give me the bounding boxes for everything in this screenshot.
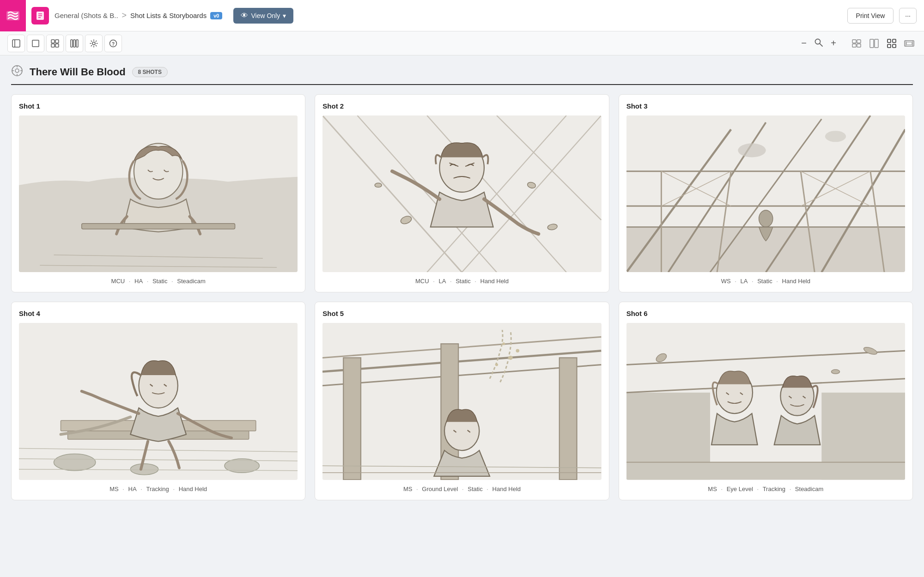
svg-rect-20 bbox=[852, 40, 856, 43]
svg-rect-10 bbox=[51, 44, 55, 47]
shot-5-sketch bbox=[322, 323, 601, 480]
svg-rect-26 bbox=[888, 39, 891, 43]
app-header: General (Shots & B.. > Shot Lists & Stor… bbox=[0, 0, 924, 31]
svg-point-102 bbox=[509, 356, 513, 360]
filmstrip-view-button[interactable] bbox=[902, 36, 917, 51]
shot-4-tags: MS · HA · Tracking · Hand Held bbox=[19, 486, 298, 492]
svg-point-103 bbox=[502, 343, 505, 346]
svg-rect-25 bbox=[875, 39, 878, 48]
shot-card-6[interactable]: Shot 6 bbox=[619, 302, 913, 500]
svg-rect-96 bbox=[344, 358, 361, 480]
svg-point-15 bbox=[92, 42, 95, 45]
view-only-label: View Only bbox=[251, 12, 280, 19]
shot-2-image bbox=[322, 115, 601, 272]
list-view-button[interactable] bbox=[849, 36, 864, 51]
svg-rect-9 bbox=[55, 40, 59, 43]
shot-1-tags: MCU · HA · Static · Steadicam bbox=[19, 278, 298, 285]
zoom-icon bbox=[814, 38, 823, 49]
columns-panel-button[interactable] bbox=[66, 35, 83, 52]
svg-point-83 bbox=[54, 454, 95, 471]
svg-rect-24 bbox=[870, 39, 874, 48]
shot-5-tags: MS · Ground Level · Static · Hand Held bbox=[322, 486, 601, 492]
svg-rect-11 bbox=[55, 44, 59, 47]
svg-rect-21 bbox=[857, 40, 861, 43]
svg-rect-5 bbox=[12, 40, 20, 47]
svg-point-59 bbox=[375, 183, 382, 187]
toolbar: ? − + bbox=[0, 31, 924, 55]
svg-rect-23 bbox=[857, 44, 861, 47]
shot-1-title: Shot 1 bbox=[19, 102, 298, 110]
shot-2-title: Shot 2 bbox=[322, 102, 601, 110]
zoom-in-button[interactable]: + bbox=[827, 37, 840, 50]
grid-panel-button[interactable] bbox=[46, 35, 64, 52]
svg-rect-8 bbox=[51, 40, 55, 43]
shot-3-tags: WS · LA · Static · Hand Held bbox=[626, 278, 905, 285]
svg-text:?: ? bbox=[112, 41, 115, 46]
breadcrumb-separator: > bbox=[122, 11, 127, 20]
breadcrumb: General (Shots & B.. > Shot Lists & Stor… bbox=[55, 11, 222, 20]
filmstrip-icon bbox=[904, 38, 914, 49]
help-icon: ? bbox=[109, 39, 117, 48]
shot-4-title: Shot 4 bbox=[19, 310, 298, 317]
print-view-button[interactable]: Print View bbox=[847, 8, 894, 24]
more-options-button[interactable]: ··· bbox=[899, 8, 917, 24]
shot-6-sketch bbox=[626, 323, 905, 480]
svg-rect-33 bbox=[906, 42, 912, 45]
svg-rect-29 bbox=[893, 44, 896, 48]
svg-rect-14 bbox=[76, 40, 78, 47]
shot-5-title: Shot 5 bbox=[322, 310, 601, 317]
shot-6-title: Shot 6 bbox=[626, 310, 905, 317]
shot-4-sketch bbox=[19, 323, 298, 480]
shot-1-sketch bbox=[19, 115, 298, 272]
detail-view-button[interactable] bbox=[867, 36, 881, 51]
breadcrumb-parent[interactable]: General (Shots & B.. bbox=[55, 12, 118, 19]
version-badge: v0 bbox=[210, 12, 222, 19]
svg-rect-7 bbox=[32, 40, 39, 47]
svg-rect-31 bbox=[905, 41, 906, 46]
svg-point-72 bbox=[759, 210, 772, 227]
single-panel-button[interactable] bbox=[27, 35, 44, 52]
svg-rect-49 bbox=[322, 115, 601, 272]
detail-view-icon bbox=[869, 38, 879, 49]
svg-point-85 bbox=[130, 464, 158, 475]
gear-icon bbox=[90, 39, 98, 48]
shot-4-image bbox=[19, 323, 298, 480]
view-mode-buttons bbox=[849, 36, 917, 51]
svg-rect-116 bbox=[626, 462, 905, 480]
breadcrumb-doc-icon bbox=[35, 11, 45, 21]
shot-card-3[interactable]: Shot 3 bbox=[619, 94, 913, 292]
shot-card-1[interactable]: Shot 1 bbox=[11, 94, 305, 292]
svg-point-35 bbox=[15, 69, 19, 73]
shot-1-image bbox=[19, 115, 298, 272]
shot-card-5[interactable]: Shot 5 bbox=[315, 302, 609, 500]
view-only-button[interactable]: 👁 View Only ▾ bbox=[233, 8, 293, 24]
chevron-down-icon: ▾ bbox=[283, 12, 286, 19]
shot-card-2[interactable]: Shot 2 bbox=[315, 94, 609, 292]
shot-3-image bbox=[626, 115, 905, 272]
help-button[interactable]: ? bbox=[104, 35, 122, 52]
zoom-out-button[interactable]: − bbox=[797, 37, 810, 50]
svg-rect-98 bbox=[559, 358, 577, 480]
svg-rect-28 bbox=[888, 44, 891, 48]
zoom-controls: − + bbox=[797, 37, 840, 50]
scene-icon bbox=[11, 65, 23, 79]
shots-count-badge: 8 SHOTS bbox=[132, 67, 168, 77]
svg-rect-22 bbox=[852, 44, 856, 47]
svg-rect-46 bbox=[82, 224, 235, 229]
grid-view-icon bbox=[887, 38, 897, 49]
breadcrumb-current: Shot Lists & Storyboards bbox=[130, 12, 207, 19]
shot-5-image bbox=[322, 323, 601, 480]
section-header: There Will Be Blood 8 SHOTS bbox=[11, 65, 913, 79]
shot-2-tags: MCU · LA · Static · Hand Held bbox=[322, 278, 601, 285]
clapperboard-icon bbox=[11, 65, 23, 77]
settings-button[interactable] bbox=[85, 35, 103, 52]
svg-rect-27 bbox=[893, 39, 896, 43]
section-divider bbox=[11, 84, 913, 85]
svg-point-70 bbox=[738, 143, 766, 157]
shot-2-sketch bbox=[322, 115, 601, 272]
shot-6-image bbox=[626, 323, 905, 480]
svg-point-104 bbox=[516, 349, 520, 353]
shot-card-4[interactable]: Shot 4 bbox=[11, 302, 305, 500]
sidebar-toggle-button[interactable] bbox=[7, 35, 25, 52]
grid-view-button[interactable] bbox=[884, 36, 899, 51]
